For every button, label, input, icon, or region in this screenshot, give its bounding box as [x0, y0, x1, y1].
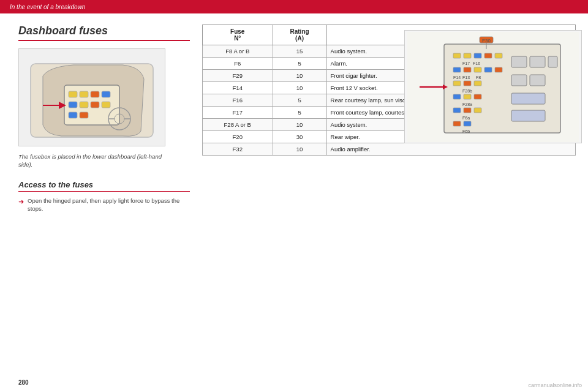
svg-rect-26	[464, 53, 471, 58]
svg-rect-35	[484, 67, 492, 72]
header-text: In the event of a breakdown	[10, 4, 85, 10]
svg-rect-60	[511, 93, 545, 104]
fuse-number-cell: F16	[203, 94, 273, 107]
svg-rect-33	[464, 67, 471, 72]
svg-rect-6	[69, 102, 77, 108]
access-title: Access to the fuses	[18, 180, 190, 192]
fuse-number-cell: F8 A or B	[203, 45, 273, 58]
rating-cell: 10	[273, 119, 326, 131]
svg-rect-32	[453, 67, 461, 72]
svg-text:F8: F8	[476, 75, 481, 80]
rating-cell: 5	[273, 107, 326, 119]
svg-text:F6b: F6b	[462, 129, 470, 134]
svg-rect-58	[511, 75, 527, 86]
access-instruction: ➜ Open the hinged panel, then apply ligh…	[18, 197, 190, 213]
svg-text:F28b: F28b	[462, 89, 472, 93]
svg-rect-7	[80, 102, 88, 108]
header-bar: In the event of a breakdown	[0, 0, 588, 13]
svg-rect-53	[464, 121, 471, 126]
section-title: Dashboard fuses	[18, 24, 190, 41]
svg-rect-3	[80, 91, 88, 97]
rating-cell: 5	[273, 94, 326, 107]
page-number: 280	[18, 379, 29, 386]
svg-rect-10	[69, 112, 77, 118]
col-header-rating: Rating(A)	[273, 25, 326, 45]
svg-rect-44	[453, 94, 461, 99]
rating-cell: 5	[273, 58, 326, 70]
svg-rect-29	[495, 53, 502, 58]
rating-cell: 10	[273, 82, 326, 94]
fuse-number-cell: F14	[203, 82, 273, 94]
svg-rect-5	[102, 91, 110, 97]
svg-rect-4	[91, 91, 99, 97]
rating-cell: 30	[273, 131, 326, 143]
svg-text:F28a: F28a	[462, 102, 472, 107]
fuse-number-cell: F17	[203, 107, 273, 119]
svg-rect-2	[69, 91, 77, 97]
svg-text:F14: F14	[453, 75, 461, 80]
rating-cell: 15	[273, 45, 326, 58]
svg-rect-45	[464, 94, 471, 99]
svg-rect-25	[453, 53, 461, 58]
rating-cell: 10	[273, 70, 326, 82]
svg-rect-57	[548, 56, 557, 67]
svg-rect-55	[511, 56, 527, 67]
svg-rect-11	[80, 112, 88, 118]
fuse-diagram-image: F30 F17 F16 F14 F13 F8	[404, 30, 582, 143]
svg-rect-52	[453, 121, 461, 126]
svg-text:F16: F16	[473, 61, 480, 66]
svg-rect-34	[474, 67, 481, 72]
function-cell: Audio amplifier.	[326, 143, 575, 156]
svg-text:F17: F17	[462, 61, 470, 66]
watermark: carmanualsonline.info	[528, 382, 582, 388]
svg-rect-8	[91, 102, 99, 108]
svg-rect-48	[453, 108, 461, 113]
right-column: FuseN° Rating(A) Functions F8 A or B15Au…	[202, 24, 576, 156]
image-caption: The fusebox is placed in the lower dashb…	[18, 153, 165, 169]
svg-rect-56	[530, 56, 545, 67]
fuse-box-image	[18, 48, 165, 146]
rating-cell: 10	[273, 143, 326, 156]
svg-rect-59	[530, 75, 545, 86]
svg-text:F13: F13	[462, 75, 470, 80]
col-header-fuse: FuseN°	[203, 25, 273, 45]
table-row: F3210Audio amplifier.	[203, 143, 576, 156]
fuse-number-cell: F28 A or B	[203, 119, 273, 131]
bullet-arrow-icon: ➜	[18, 197, 24, 206]
fuse-number-cell: F29	[203, 70, 273, 82]
svg-text:F30: F30	[482, 38, 491, 43]
svg-rect-36	[495, 67, 502, 72]
svg-rect-42	[474, 81, 481, 86]
svg-rect-49	[464, 108, 471, 113]
access-text: Open the hinged panel, then apply light …	[28, 197, 190, 213]
left-column: Dashboard fuses	[18, 24, 190, 213]
fuse-number-cell: F32	[203, 143, 273, 156]
svg-rect-46	[474, 94, 481, 99]
svg-rect-41	[464, 81, 471, 86]
fuse-number-cell: F6	[203, 58, 273, 70]
svg-rect-9	[102, 102, 110, 108]
svg-rect-50	[474, 108, 481, 113]
svg-rect-61	[511, 110, 545, 121]
svg-text:F6a: F6a	[462, 116, 470, 120]
fuse-number-cell: F20	[203, 131, 273, 143]
svg-rect-40	[453, 81, 461, 86]
svg-rect-27	[474, 53, 481, 58]
svg-rect-28	[484, 53, 492, 58]
